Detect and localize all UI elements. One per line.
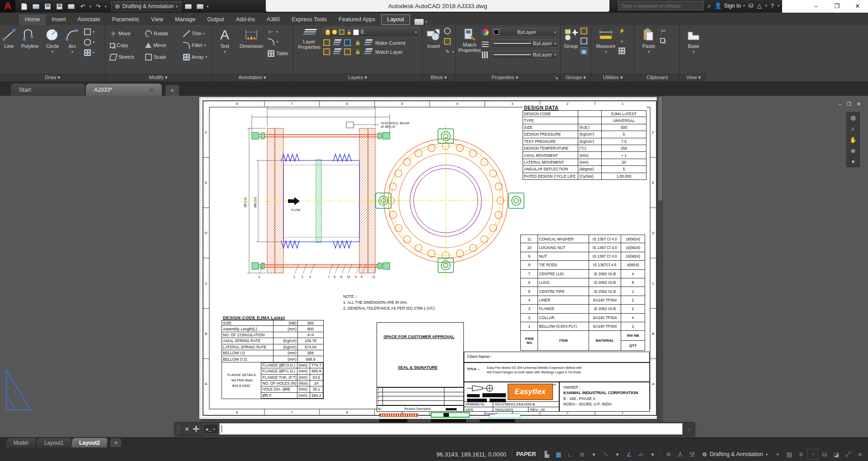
save-button[interactable] [42,2,52,11]
panel-label-annotation[interactable]: Annotation ▾ [212,73,293,81]
panel-label-groups[interactable]: Groups ▾ [561,73,591,81]
command-input[interactable] [219,423,683,435]
paste-dropdown-icon[interactable] [648,50,650,54]
redo-button[interactable] [93,2,103,11]
pan-icon[interactable] [849,136,857,143]
tab-output[interactable]: Output [201,14,230,25]
layer-unlock2-icon[interactable] [354,48,361,55]
tab-insert[interactable]: Insert [46,14,71,25]
tab-home[interactable]: Home [19,14,46,25]
group-selection-toggle-icon[interactable] [580,47,587,54]
isodraft-icon[interactable] [600,449,611,460]
measure-dropdown-icon[interactable] [605,50,607,54]
polyline-button[interactable]: Polyline [18,25,42,73]
help-dropdown-icon[interactable] [778,4,779,8]
dimension-button[interactable]: Dimension [235,25,268,73]
autocad-logo-icon[interactable]: A [0,0,15,13]
autoscale-icon[interactable] [675,449,686,460]
search-icon[interactable] [708,2,711,9]
drawing-canvas[interactable]: 8877665544332211FFEEDDCCBBAA [0,96,868,437]
layer-isolate-icon[interactable] [332,39,341,46]
qat-customize-icon[interactable] [207,5,208,9]
measure-button[interactable]: Measure [593,25,618,73]
tab-layout[interactable]: Layout [381,14,410,25]
layer-dropdown[interactable]: 0 [323,27,419,37]
save-as-button[interactable] [54,2,64,11]
vertical-scrollbar[interactable] [657,96,663,431]
undo-dropdown-icon[interactable] [90,5,91,9]
steering-wheel-icon[interactable] [850,114,855,121]
circle-button[interactable]: Circle [42,25,63,73]
hardware-acceleration-icon[interactable] [807,449,818,460]
panel-label-modify[interactable]: Modify ▾ [105,73,211,81]
file-tab-start[interactable]: Start [11,84,85,96]
tab-view[interactable]: View [145,14,169,25]
make-current-icon[interactable] [363,39,373,46]
annotation-visibility-icon[interactable] [663,449,674,460]
search-input[interactable] [618,1,704,10]
move-button[interactable]: Move [110,28,139,38]
array-button[interactable]: Array [183,52,207,62]
command-customize-wrench-icon[interactable] [193,426,199,432]
panel-label-utilities[interactable]: Utilities ▾ [591,73,634,81]
annotation-scale-icon[interactable] [687,449,698,460]
object-color-dropdown[interactable]: ByLayer [491,28,558,37]
osnap-dropdown-icon[interactable] [647,449,658,460]
tab-manage[interactable]: Manage [169,14,201,25]
file-tab-drawing[interactable]: AJ333* [86,84,162,96]
command-prompt-chip[interactable] [203,424,218,434]
minimize-button[interactable] [806,0,826,13]
isolate-objects-icon[interactable] [819,449,830,460]
block-edit-icon[interactable] [444,28,451,34]
zoom-icon[interactable] [851,125,854,132]
text-button[interactable]: A Text [214,25,235,73]
match-properties-button[interactable]: Match Properties [458,25,482,73]
group-edit-icon[interactable] [580,38,587,44]
text-dropdown-icon[interactable] [224,50,226,54]
polar-dropdown-icon[interactable] [589,449,599,460]
units-icon[interactable] [784,449,795,460]
paper-sheet[interactable]: 8877665544332211FFEEDDCCBBAA [199,97,660,419]
annotation-monitor-icon[interactable] [772,449,783,460]
ellipse-button[interactable] [84,39,94,46]
scale-button[interactable]: Scale [145,52,177,62]
copy-clip-icon[interactable] [660,38,665,43]
snap-mode-icon[interactable] [542,449,552,460]
share-dropdown-icon[interactable] [765,4,767,8]
redo-dropdown-icon[interactable] [105,5,107,9]
tab-express-tools[interactable]: Express Tools [286,14,333,25]
point-icon[interactable] [618,38,625,44]
edit-attributes-icon[interactable] [444,38,451,45]
lineweight-dropdown[interactable]: ByLayer [491,39,558,48]
drawing-close-icon[interactable] [857,101,861,107]
drawing-restore-icon[interactable] [847,101,851,107]
scrollbar-thumb[interactable] [658,97,662,201]
make-current-button[interactable]: Make Current [375,40,406,46]
insert-button[interactable]: Insert [423,25,444,73]
layer-merge-icon[interactable] [344,48,351,55]
line-button[interactable]: Line [0,25,18,73]
grid-display-icon[interactable] [553,449,564,460]
drawing-minimize-icon[interactable] [839,101,841,107]
layer-properties-button[interactable]: Layer Properties [295,25,323,73]
orbit-icon[interactable] [851,147,856,154]
tab-featured-apps[interactable]: Featured Apps [333,14,381,25]
table-button[interactable]: Table [268,48,288,58]
tab-model[interactable]: Model [6,438,37,447]
command-close-icon[interactable] [181,426,193,433]
panel-label-draw[interactable]: Draw ▾ [0,73,105,81]
match-layer-button[interactable]: Match Layer [375,49,403,55]
new-layout-button[interactable] [110,438,121,447]
layer-unisolate-icon[interactable] [332,48,341,55]
publish-button[interactable] [195,2,205,11]
layer-off-icon[interactable] [323,39,330,46]
group-button[interactable]: Group [561,25,580,73]
linear-dim-button[interactable] [268,28,288,35]
undo-button[interactable] [78,2,88,11]
quick-properties-icon[interactable] [796,449,807,460]
new-file-button[interactable] [19,2,29,11]
workspace-dropdown[interactable]: Drafting & Annotation [111,1,181,11]
help-icon[interactable] [771,2,774,9]
circle-dropdown-icon[interactable] [52,50,53,54]
copy-button[interactable]: Copy [110,40,139,50]
